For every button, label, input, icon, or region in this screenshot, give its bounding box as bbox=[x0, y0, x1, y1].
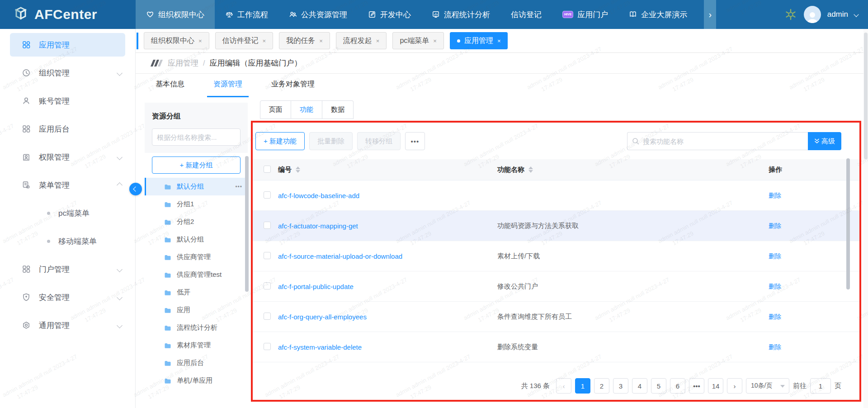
sidebar-item-portal-management[interactable]: 门户管理 bbox=[0, 257, 135, 281]
sidebar-item-org-management[interactable]: 组织管理 bbox=[0, 61, 135, 85]
page-scrollbar[interactable] bbox=[863, 29, 868, 408]
page-size-select[interactable]: 10条/页 bbox=[746, 378, 789, 394]
group-list-item[interactable]: 单机/单应用 ••• bbox=[145, 372, 248, 389]
page-number-button[interactable]: 6 bbox=[670, 378, 685, 394]
sidebar-item-security-management[interactable]: 安全管理 bbox=[0, 285, 135, 309]
top-menu-dev-center[interactable]: 开发中心 bbox=[358, 0, 421, 29]
tab-data[interactable]: 数据 bbox=[322, 100, 354, 119]
group-list-item[interactable]: 分组2 ••• bbox=[145, 213, 248, 231]
tab-app-management-active[interactable]: 应用管理× bbox=[450, 32, 508, 49]
function-code-link[interactable]: afc-f-org-query-all-employees bbox=[278, 313, 367, 321]
page-number-button[interactable]: 2 bbox=[594, 378, 609, 394]
sidebar-item-app-management[interactable]: 应用管理 bbox=[10, 33, 125, 57]
row-checkbox[interactable] bbox=[264, 343, 271, 350]
ai-assistant-icon[interactable] bbox=[784, 8, 797, 21]
group-list-item[interactable]: 应用 ••• bbox=[145, 301, 248, 319]
jump-page-input[interactable] bbox=[810, 378, 831, 394]
top-menu-app-portal[interactable]: HIVE 应用门户 bbox=[552, 0, 618, 29]
function-code-link[interactable]: afc-f-portal-public-update bbox=[278, 283, 354, 290]
group-list-item[interactable]: 分组1 ••• bbox=[145, 195, 248, 213]
tab-business-object[interactable]: 业务对象管理 bbox=[265, 80, 321, 97]
username-label[interactable]: admin bbox=[827, 10, 848, 19]
function-code-link[interactable]: afc-f-actuator-mapping-get bbox=[278, 222, 358, 230]
tab-functions[interactable]: 功能 bbox=[291, 100, 322, 119]
prev-page-button[interactable]: ‹ bbox=[556, 378, 571, 394]
function-code-link[interactable]: afc-f-system-variable-delete bbox=[278, 343, 362, 351]
group-list-item[interactable]: 素材库管理 ••• bbox=[145, 337, 248, 354]
delete-link[interactable]: 删除 bbox=[769, 283, 781, 290]
top-menu-workflow[interactable]: 工作流程 bbox=[215, 0, 278, 29]
more-actions-button[interactable]: ••• bbox=[405, 132, 425, 150]
function-code-link[interactable]: afc-f-source-material-upload-or-download bbox=[278, 252, 402, 260]
nav-expand-arrow[interactable]: › bbox=[704, 0, 716, 29]
row-checkbox[interactable] bbox=[264, 313, 271, 320]
close-icon[interactable]: × bbox=[198, 38, 202, 44]
page-number-button[interactable]: 4 bbox=[632, 378, 647, 394]
group-list-item[interactable]: 流程统计分析 ••• bbox=[145, 319, 248, 337]
next-page-button[interactable]: › bbox=[727, 378, 742, 394]
row-checkbox[interactable] bbox=[264, 252, 271, 259]
sort-icon[interactable] bbox=[528, 166, 533, 173]
top-menu-org-permission[interactable]: 组织权限中心 bbox=[136, 0, 215, 29]
tab-org-permission[interactable]: 组织权限中心× bbox=[144, 32, 209, 49]
group-list-item[interactable]: 应用后台 ••• bbox=[145, 354, 248, 372]
group-list-item[interactable]: 供应商管理 ••• bbox=[145, 248, 248, 266]
page-number-button[interactable]: 5 bbox=[651, 378, 666, 394]
sidebar-item-account-management[interactable]: 账号管理 bbox=[0, 89, 135, 113]
sidebar-item-permission-management[interactable]: 权限管理 bbox=[0, 145, 135, 169]
batch-delete-button[interactable]: 批量删除 bbox=[309, 132, 353, 150]
page-number-button[interactable]: 3 bbox=[613, 378, 628, 394]
sidebar-item-mobile-menu[interactable]: 移动端菜单 bbox=[0, 229, 135, 253]
delete-link[interactable]: 删除 bbox=[769, 222, 781, 229]
breadcrumb-section[interactable]: 应用管理 bbox=[168, 58, 198, 68]
close-icon[interactable]: × bbox=[497, 38, 501, 44]
top-menu-process-stats[interactable]: 流程统计分析 bbox=[421, 0, 500, 29]
row-checkbox[interactable] bbox=[264, 282, 271, 289]
new-function-button[interactable]: + 新建功能 bbox=[255, 132, 305, 150]
top-menu-petition[interactable]: 信访登记 bbox=[500, 0, 552, 29]
group-search-input[interactable] bbox=[152, 128, 241, 146]
tab-basic-info[interactable]: 基本信息 bbox=[149, 80, 191, 97]
close-icon[interactable]: × bbox=[263, 38, 266, 44]
tab-my-tasks[interactable]: 我的任务× bbox=[279, 32, 330, 49]
sidebar-item-app-backend[interactable]: 应用后台 bbox=[0, 117, 135, 141]
new-group-button[interactable]: + 新建分组 bbox=[152, 157, 241, 174]
group-list-item[interactable]: 默认分组 ••• bbox=[145, 178, 248, 195]
select-all-checkbox[interactable] bbox=[264, 166, 271, 173]
tab-pages[interactable]: 页面 bbox=[260, 100, 291, 119]
transfer-group-button[interactable]: 转移分组 bbox=[357, 132, 401, 150]
function-search-input[interactable] bbox=[627, 132, 808, 150]
close-icon[interactable]: × bbox=[376, 38, 380, 44]
page-number-button[interactable]: ••• bbox=[689, 378, 704, 394]
tab-petition-register[interactable]: 信访件登记× bbox=[215, 32, 274, 49]
advanced-search-button[interactable]: 高级 bbox=[808, 132, 841, 150]
delete-link[interactable]: 删除 bbox=[769, 343, 781, 351]
sort-icon[interactable] bbox=[296, 166, 300, 173]
table-scrollbar-thumb[interactable] bbox=[846, 158, 850, 289]
tab-resource-management[interactable]: 资源管理 bbox=[207, 80, 249, 97]
group-list-item[interactable]: 默认分组 ••• bbox=[145, 231, 248, 248]
page-number-button[interactable]: 1 bbox=[575, 378, 590, 394]
close-icon[interactable]: × bbox=[433, 38, 437, 44]
delete-link[interactable]: 删除 bbox=[769, 313, 781, 320]
sidebar-item-general-management[interactable]: 通用管理 bbox=[0, 313, 135, 337]
row-checkbox[interactable] bbox=[264, 191, 271, 199]
page-number-button[interactable]: 14 bbox=[708, 378, 723, 394]
group-more-icon[interactable]: ••• bbox=[235, 184, 242, 190]
tab-process-start[interactable]: 流程发起× bbox=[336, 32, 387, 49]
user-menu-chevron-icon[interactable] bbox=[854, 12, 859, 17]
group-list-item[interactable]: 供应商管理test ••• bbox=[145, 266, 248, 284]
row-checkbox[interactable] bbox=[264, 222, 271, 229]
sidebar-collapse-button[interactable] bbox=[129, 183, 142, 195]
function-code-link[interactable]: afc-f-lowcode-baseline-add bbox=[278, 192, 359, 199]
top-menu-big-screen[interactable]: 企业大屏演示 bbox=[618, 0, 698, 29]
sidebar-item-pc-menu[interactable]: pc端菜单 bbox=[0, 201, 135, 225]
sidebar-item-menu-management[interactable]: 菜单管理 bbox=[0, 173, 135, 197]
delete-link[interactable]: 删除 bbox=[769, 252, 781, 260]
group-list-item[interactable]: 低开 ••• bbox=[145, 284, 248, 301]
delete-link[interactable]: 删除 bbox=[769, 192, 781, 199]
tab-pc-menu[interactable]: pc端菜单× bbox=[392, 32, 444, 49]
group-list-scrollbar[interactable] bbox=[245, 156, 249, 292]
page-scrollbar-thumb[interactable] bbox=[864, 33, 868, 159]
app-logo[interactable]: AFCenter bbox=[0, 0, 136, 29]
